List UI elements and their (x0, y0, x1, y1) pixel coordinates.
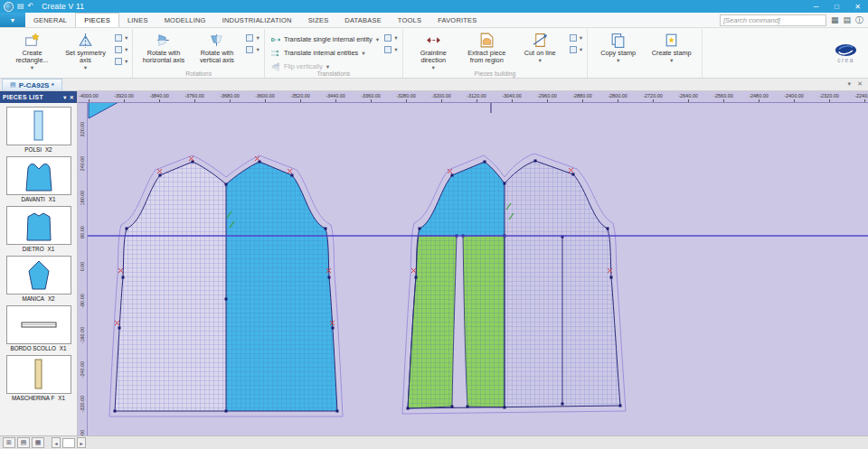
h-ruler-label: -3120.00 (467, 93, 486, 98)
tab-tools[interactable]: TOOLS (390, 13, 429, 27)
tab-general[interactable]: GENERAL (25, 13, 75, 27)
align-tool-button[interactable]: ▼ (383, 33, 398, 42)
ribbon-group-group-0: Create rectangle...▼Set symmetry axis▼▼▼… (2, 29, 133, 78)
menu-bar: ▼ GENERALPIECESLINESMODELLINGINDUSTRIALI… (0, 13, 868, 28)
tab-industrialization[interactable]: INDUSTRIALIZATION (214, 13, 300, 27)
piece-item-mascherina-f[interactable]: MASCHERINA FX1 (0, 355, 77, 401)
v-ruler-label: 80.00 (80, 218, 85, 247)
ribbon-group-pieces-building: Grainline direction▼Extract piece from r… (403, 29, 588, 78)
piece-item-polsi[interactable]: POLSIX2 (0, 107, 77, 153)
v-ruler-label: -160.00 (80, 321, 85, 350)
shape-tool-button[interactable]: ▼ (114, 45, 128, 54)
list-view-button[interactable]: ▤ (17, 437, 30, 448)
tab-database[interactable]: DATABASE (336, 13, 390, 27)
piece-item-manica[interactable]: MANICAX2 (0, 256, 77, 302)
tab-sizes[interactable]: SIZES (300, 13, 337, 27)
grid-view-button[interactable]: ⊞ (3, 437, 15, 448)
piece-item-bordo-scollo[interactable]: BORDO SCOLLOX1 (0, 305, 77, 351)
h-ruler-label: -2960.00 (537, 93, 557, 98)
copy-stamp-button[interactable]: Copy stamp▼ (591, 30, 645, 63)
rotate-step-tool-button[interactable]: ▼ (245, 45, 259, 54)
panel-close-icon[interactable]: ✕ (70, 94, 74, 100)
v-ruler-label: 0.00 (80, 252, 85, 281)
close-button[interactable]: ✕ (849, 0, 866, 13)
piece-thumbnail-dietro (6, 206, 71, 245)
notch-tool-button[interactable]: ▼ (569, 33, 583, 42)
tab-close-icon[interactable]: ✕ (857, 80, 863, 88)
set-symmetry-axis-button[interactable]: Set symmetry axis▼ (59, 30, 112, 70)
piece-label: MASCHERINA FX1 (12, 395, 65, 401)
create-stamp-button[interactable]: Create stamp▼ (645, 30, 698, 63)
h-ruler-label: -3360.00 (361, 93, 381, 98)
pattern-piece-left[interactable] (109, 155, 343, 416)
window-title: Create V 11 (42, 2, 84, 11)
ribbon-group-label: Rotations (133, 70, 263, 77)
grainline-direction-button[interactable]: Grainline direction▼ (407, 30, 460, 70)
panel-pin-icon[interactable]: ▾ (63, 94, 66, 100)
v-ruler-label: 160.00 (80, 183, 85, 212)
rotate-horizontal-icon (155, 32, 172, 49)
v-ruler-label: 240.00 (80, 149, 85, 178)
tab-modelling[interactable]: MODELLING (156, 13, 214, 27)
brand-text: crea (837, 57, 854, 63)
h-ruler-label: -2560.00 (713, 93, 733, 98)
h-ruler-label: -3680.00 (220, 93, 240, 98)
tab-list-chevron-icon[interactable]: ▾ (848, 80, 852, 88)
translate-single-internal-entity-button[interactable]: Translate single internal entity▼ (269, 33, 382, 45)
piece-item-davanti[interactable]: DAVANTIX1 (0, 156, 77, 202)
h-ruler-label: -3280.00 (396, 93, 416, 98)
menu-tabs: GENERALPIECESLINESMODELLINGINDUSTRIALIZA… (25, 13, 486, 27)
v-ruler-label: -320.00 (80, 389, 85, 418)
mirror-tool-button[interactable]: ▼ (383, 45, 398, 54)
rotate-angle-tool-button[interactable]: ▼ (245, 33, 259, 42)
ribbon-group-group-4: Copy stamp▼Create stamp▼ (588, 29, 703, 78)
measure-tool-button[interactable]: ▼ (569, 45, 583, 54)
pattern-canvas[interactable] (78, 91, 868, 435)
h-ruler-label: -3600.00 (255, 93, 275, 98)
document-tab-bar: ▤ P-CA92S * ▾ ✕ (0, 79, 868, 91)
rotate-vertical-icon (208, 32, 225, 49)
draw-tool-button[interactable]: ▼ (114, 33, 128, 42)
cut-on-line-button[interactable]: Cut on line▼ (514, 30, 567, 63)
vertical-ruler: 320.00240.00160.0080.000.00-80.00-160.00… (78, 103, 88, 435)
h-ruler-label: -2240.00 (854, 93, 868, 98)
tab-lines[interactable]: LINES (119, 13, 156, 27)
window-panels-icon[interactable]: ▤ (843, 16, 851, 24)
translate-internal-entities-button[interactable]: Translate internal entities▼ (269, 47, 382, 59)
search-input[interactable] (720, 14, 826, 26)
h-ruler-label: -3840.00 (149, 93, 169, 98)
undo-icon[interactable]: ↶ (28, 3, 34, 10)
more-tool-button[interactable]: ▼ (114, 57, 128, 66)
h-ruler-label: -2320.00 (819, 93, 839, 98)
piece-thumbnail-polsi (6, 107, 71, 145)
create-rectangle-button[interactable]: Create rectangle...▼ (5, 30, 59, 70)
detail-view-button[interactable]: ▦ (32, 437, 44, 448)
app-logo-icon[interactable] (4, 2, 14, 12)
piece-item-dietro[interactable]: DIETROX1 (0, 206, 77, 252)
v-ruler-label: -400.00 (80, 424, 85, 435)
rotate-with-horizontal-axis-button[interactable]: Rotate with horizontal axis (137, 30, 190, 64)
pattern-piece-right[interactable] (402, 154, 626, 414)
pager-prev-button[interactable]: ◂ (52, 437, 61, 448)
minimize-button[interactable]: ─ (807, 0, 825, 13)
maximize-button[interactable]: □ (828, 0, 845, 13)
piece-thumbnail-bordo-scollo (6, 305, 71, 344)
pager-value-box[interactable] (62, 438, 75, 448)
file-menu-button[interactable]: ▼ (0, 13, 25, 27)
info-icon[interactable]: ⓘ (855, 16, 863, 24)
tab-pieces[interactable]: PIECES (75, 13, 119, 27)
pattern-canvas-area[interactable]: -4000.00-3920.00-3840.00-3760.00-3680.00… (78, 91, 868, 435)
pager-next-button[interactable]: ▸ (77, 437, 86, 448)
tab-favorites[interactable]: FAVORITES (429, 13, 485, 27)
rotate-with-vertical-axis-button[interactable]: Rotate with vertical axis (190, 30, 243, 64)
document-tab[interactable]: ▤ P-CA92S * (2, 79, 62, 90)
h-ruler-label: -3760.00 (184, 93, 204, 98)
h-ruler-label: -2880.00 (572, 93, 592, 98)
window-layout-icon[interactable]: ▦ (831, 16, 839, 24)
extract-piece-from-region-button[interactable]: Extract piece from region (460, 30, 514, 64)
pieces-panel: PIECES LIST ▾ ✕ POLSIX2DAVANTIX1DIETROX1… (0, 91, 78, 435)
piece-thumbnail-davanti (6, 156, 71, 195)
save-icon[interactable]: ▤ (17, 3, 24, 10)
extract-piece-icon (478, 32, 495, 49)
crea-logo-icon (834, 43, 858, 57)
